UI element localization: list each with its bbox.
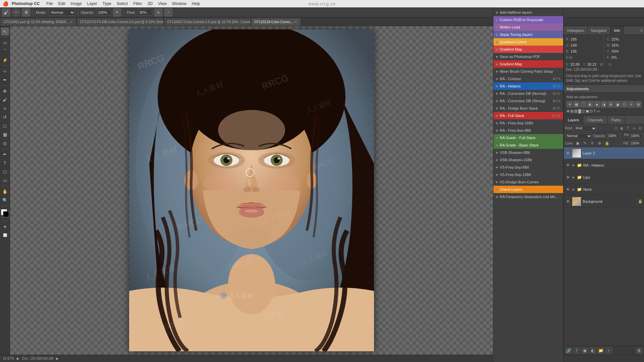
opacity-toggle-icon[interactable]: ✎ (113, 8, 121, 16)
tab-paths[interactable]: Paths (607, 116, 625, 124)
menu-help[interactable]: Help (190, 0, 202, 7)
tab-4-close[interactable]: ✕ (294, 20, 297, 24)
adj-invert-icon[interactable]: ⊗ (567, 109, 570, 113)
path-select-tool[interactable]: ⬡ (1, 168, 9, 176)
delete-layer-btn[interactable]: 🗑 (636, 347, 643, 354)
adj-selective-color-icon[interactable]: ◫ (582, 109, 585, 113)
layer-visibility-background[interactable]: 👁 (565, 199, 571, 204)
action-item-a23[interactable]: ▶VS-Dodge-Burn-Curves (493, 178, 563, 186)
adj-shape-icon[interactable]: ▭ (596, 109, 600, 113)
pen-tool[interactable]: ✒ (1, 150, 9, 158)
adj-hue-icon[interactable]: ◑ (601, 101, 607, 108)
lock-artboard-btn[interactable]: ⊕ (597, 140, 603, 146)
status-arrow[interactable]: ▶ (17, 357, 19, 360)
tab-histogram[interactable]: Histogram (564, 26, 588, 35)
action-item-a17[interactable]: ▶RA Grade - Full Stack (493, 134, 563, 141)
tab-info[interactable]: Info (610, 26, 624, 35)
menu-layer[interactable]: Layer (85, 0, 99, 7)
brush-tool-icon[interactable]: 🖌 (2, 8, 10, 16)
action-item-a2[interactable]: ▶Molten Lead (493, 23, 563, 31)
tab-2[interactable]: CF110713-FS-DB-Color-Correct-2.5.psd @ 8… (76, 18, 164, 26)
layer-expand-ra-helpers[interactable]: ▶ (572, 163, 575, 168)
smoothing-icon[interactable]: ~ (164, 8, 172, 16)
layer-item-background[interactable]: 👁 Background 🔒 (564, 195, 644, 207)
layer-visibility-ra-helpers[interactable]: 👁 (565, 163, 571, 168)
link-layers-btn[interactable]: 🔗 (565, 347, 572, 354)
filter-kind-select[interactable]: Kind Name Effect Mode Attribute (573, 125, 597, 131)
action-item-a7[interactable]: ▶Gradient Map (493, 60, 563, 68)
new-group-btn[interactable]: 📁 (597, 347, 604, 354)
lock-paint-btn[interactable]: ✎ (582, 140, 588, 146)
layer-expand-lips[interactable]: ▶ (572, 175, 575, 180)
canvas-area[interactable]: RRCG 人人素材 RRCG 人人素材 人人素材 RRCG RRCG 人人素材 … (10, 26, 493, 355)
mode-select[interactable]: Normal Multiply Screen (48, 9, 75, 16)
apple-logo-icon[interactable]: 🍎 (3, 1, 8, 6)
menu-file[interactable]: File (44, 0, 55, 7)
adj-smart-object-icon[interactable]: ⊡ (590, 109, 593, 113)
fill-input-2[interactable] (630, 140, 643, 146)
tab-1-close[interactable]: ✕ (70, 20, 73, 24)
action-item-a19[interactable]: ▶VSB-Sharpen-8Bit (493, 149, 563, 156)
action-item-a8[interactable]: ▶Mixer Brush Cloning Paint Setup (493, 68, 563, 75)
status-arrow-2[interactable]: ▶ (56, 357, 59, 360)
layer-item-layer2[interactable]: 👁 Layer 2 (564, 147, 644, 159)
tab-navigator[interactable]: Navigator (588, 26, 610, 35)
action-item-a1[interactable]: ▶Custom RGB to Grayscale (493, 16, 563, 23)
blur-tool[interactable]: ◎ (1, 139, 9, 147)
action-item-a9[interactable]: ▶RA - Contour⌘ F1 (493, 75, 563, 82)
fill-value-layers[interactable] (630, 133, 643, 139)
adj-photo-filter-icon[interactable]: ⬡ (622, 101, 628, 108)
action-item-a15[interactable]: ▶RA - Freq-Sep-16Bit (493, 119, 563, 127)
brush-options-btn[interactable]: ⚙ (22, 8, 30, 16)
action-item-a6[interactable]: ▶Save as Photoshop PDF (493, 53, 563, 60)
adj-mask-icon[interactable]: ▣ (586, 109, 589, 113)
layer-item-neck[interactable]: 👁 ▶ 📁 Neck (564, 183, 644, 195)
adj-brightness-icon[interactable]: ☀ (567, 101, 573, 108)
filter-shape-icon[interactable]: ▭ (631, 126, 637, 131)
zoom-tool[interactable]: 🔍 (1, 196, 9, 204)
adj-bw-icon[interactable]: ◕ (614, 101, 621, 108)
gradient-tool[interactable]: ▦ (1, 130, 9, 138)
eyedropper-tool[interactable]: ✒ (1, 76, 9, 84)
layer-visibility-neck[interactable]: 👁 (565, 187, 571, 192)
layer-visibility-lips[interactable]: 👁 (565, 175, 571, 180)
adj-channel-mix-icon[interactable]: ≡ (628, 101, 634, 108)
action-item-a14[interactable]: ▶RA - Full Stack⌘ Flp (493, 112, 563, 119)
tab-layers[interactable]: Layers (564, 116, 583, 124)
menu-filter[interactable]: Filter (131, 0, 144, 7)
quick-select-tool[interactable]: ⚡ (1, 56, 9, 64)
menu-image[interactable]: Image (68, 0, 84, 7)
panel-collapse-icon[interactable]: ≡ (641, 28, 643, 33)
color-swatches[interactable] (0, 208, 10, 218)
airbrush-toggle[interactable]: ∿ (154, 8, 162, 16)
opacity-input[interactable] (96, 9, 111, 16)
add-mask-btn[interactable]: ▣ (581, 347, 588, 354)
adj-posterize-icon[interactable]: ▤ (570, 109, 574, 113)
clone-stamp-tool[interactable]: ⎋ (1, 104, 9, 112)
menu-view[interactable]: View (156, 0, 169, 7)
action-item-a22[interactable]: ▶VS-Freq-Sep-16Bit (493, 171, 563, 178)
brush-preset-picker[interactable]: 35 (12, 8, 20, 16)
adj-color-lookup-icon[interactable]: ⊞ (635, 101, 641, 108)
menu-window[interactable]: Window (170, 0, 189, 7)
filter-smart-icon[interactable]: ⊡ (637, 126, 643, 131)
filter-adjust-icon[interactable]: ◐ (619, 126, 625, 131)
action-item-a10[interactable]: ▶RA - Helpers⌘ F3 (493, 82, 563, 90)
screen-mode-toggle[interactable]: ⬜ (1, 231, 9, 239)
history-brush-tool[interactable]: ↺ (1, 113, 9, 121)
menu-type[interactable]: Type (101, 0, 113, 7)
add-adjustment-btn[interactable]: ◐ (589, 347, 596, 354)
healing-brush-tool[interactable]: ⊕ (1, 87, 9, 95)
move-tool[interactable]: ↖ (1, 27, 9, 36)
action-item-a3[interactable]: ▶Sepia Toning (layer) (493, 31, 563, 38)
action-item-a16[interactable]: ▶RA - Freq-Sep-8Bit (493, 127, 563, 134)
blend-mode-select[interactable]: Normal Multiply Screen Overlay (565, 133, 592, 139)
layer-item-ra-helpers[interactable]: 👁 ▶ 📁 RA - Helpers (564, 159, 644, 171)
lock-all-btn[interactable]: 🔒 (604, 140, 610, 146)
action-item-a25[interactable]: ▶RA Frequency Separation (via Median) (493, 193, 563, 200)
adj-vibrance-icon[interactable]: ◈ (594, 101, 600, 108)
action-item-a5[interactable]: ▶Gradient Map (493, 46, 563, 53)
filter-pixel-icon[interactable]: ⬡ (613, 126, 619, 131)
lock-transparency-btn[interactable]: ▣ (575, 140, 581, 146)
adj-type-icon[interactable]: T (593, 109, 596, 113)
